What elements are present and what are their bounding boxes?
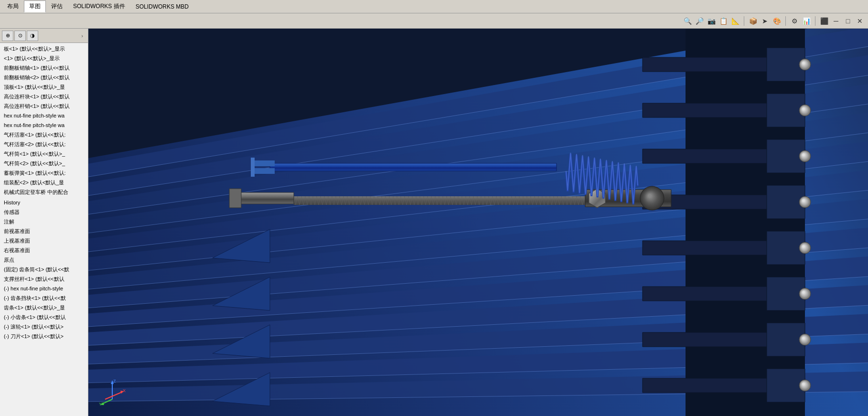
tree-item-2[interactable]: 前翻板销轴<1> (默认<<默认 — [0, 63, 88, 73]
sidebar-expand-button[interactable]: › — [78, 32, 86, 40]
measure-icon[interactable]: 📐 — [730, 16, 740, 26]
main-area: ⊕ ⊙ ◑ › 板<1> (默认<<默认>_显示 <1> (默认<<默认>_显示… — [0, 29, 868, 416]
tree-item-15[interactable]: 机械式固定登车桥 中的配合 — [0, 187, 88, 197]
svg-text:X: X — [123, 388, 126, 393]
color-icon[interactable]: 🎨 — [772, 16, 782, 26]
tab-property-manager[interactable]: ⊙ — [14, 31, 26, 41]
window-max-icon[interactable]: □ — [843, 16, 853, 26]
tree-item-8[interactable]: hex nut-fine pitch-style wa — [0, 120, 88, 130]
tree-item-rack-stop[interactable]: (-) 齿条挡块<1> (默认<<默 — [0, 293, 88, 303]
menu-item-evaluate[interactable]: 评估 — [46, 0, 68, 12]
toolbar-right-icons: 🔍 🔎 📷 📋 📐 📦 ➤ 🎨 ⚙ 📊 ⬛ ─ □ ✕ — [682, 16, 865, 26]
clipboard-icon[interactable]: 📋 — [718, 16, 729, 26]
tree-item-front-plane[interactable]: 前视基准面 — [0, 226, 88, 236]
tree-item-small-rack[interactable]: (-) 小齿条<1> (默认<<默认 — [0, 312, 88, 322]
tree-item-12[interactable]: 气杆筒<2> (默认<<默认>_ — [0, 159, 88, 168]
settings-icon[interactable]: ⚙ — [789, 16, 800, 26]
svg-line-3 — [105, 392, 122, 399]
tree-item-0[interactable]: 板<1> (默认<<默认>_显示 — [0, 44, 88, 53]
tree-item-11[interactable]: 气杆筒<1> (默认<<默认>_ — [0, 149, 88, 159]
toolbar-separator-2 — [785, 16, 786, 26]
tree-item-right-plane[interactable]: 右视基准面 — [0, 245, 88, 255]
arrow-icon[interactable]: ➤ — [760, 16, 770, 26]
toolbar-separator-3 — [815, 16, 815, 26]
tree-item-rack[interactable]: 齿条<1> (默认<<默认>_显 — [0, 303, 88, 312]
menu-item-layout[interactable]: 布局 — [2, 0, 24, 12]
tree-item-7[interactable]: hex nut-fine pitch-style wa — [0, 111, 88, 120]
menu-item-sw-plugins[interactable]: SOLIDWORKS 插件 — [68, 0, 130, 12]
sidebar: ⊕ ⊙ ◑ › 板<1> (默认<<默认>_显示 <1> (默认<<默认>_显示… — [0, 29, 88, 416]
tree-item-sensors[interactable]: 传感器 — [0, 207, 88, 217]
tree-item-6[interactable]: 高位连杆销<1> (默认<<默认 — [0, 101, 88, 111]
tree-item-14[interactable]: 组装配<2> (默认<默认_显 — [0, 178, 88, 187]
zoom-icon[interactable]: 🔎 — [694, 16, 705, 26]
toolbar: 🔍 🔎 📷 📋 📐 📦 ➤ 🎨 ⚙ 📊 ⬛ ─ □ ✕ — [0, 13, 868, 29]
tree-item-roller[interactable]: (-) 滚轮<1> (默认<<默认> — [0, 322, 88, 331]
menu-item-sketch[interactable]: 草图 — [24, 0, 46, 12]
search-icon[interactable]: 🔍 — [682, 16, 693, 26]
display-icon[interactable]: ⬛ — [819, 16, 829, 26]
tree-item-1[interactable]: <1> (默认<<默认>_显示 — [0, 53, 88, 63]
window-close-icon[interactable]: ✕ — [855, 16, 865, 26]
svg-text:Z: Z — [113, 379, 116, 384]
svg-text:Y: Y — [99, 402, 102, 406]
tree-item-3[interactable]: 前翻板销轴<2> (默认<<默认 — [0, 73, 88, 82]
tree-item-origin[interactable]: 原点 — [0, 255, 88, 265]
tree-item-blade[interactable]: (-) 刀片<1> (默认<<默认> — [0, 331, 88, 341]
tree-item-hex-nut-minus[interactable]: (-) hex nut-fine pitch-style — [0, 284, 88, 293]
menu-item-sw-mbd[interactable]: SOLIDWORKS MBD — [130, 1, 194, 12]
tree-item-annotations[interactable]: 注解 — [0, 217, 88, 226]
window-min-icon[interactable]: ─ — [831, 16, 841, 26]
tree-item-top-plane[interactable]: 上视基准面 — [0, 236, 88, 245]
sidebar-tabs: ⊕ ⊙ ◑ › — [0, 29, 88, 43]
3d-viewport[interactable]: Z X Y — [88, 29, 868, 416]
tree-item-5[interactable]: 高位连杆块<1> (默认<<默认 — [0, 92, 88, 101]
chart-icon[interactable]: 📊 — [801, 16, 812, 26]
tree-item-support-screw[interactable]: 支撑丝杆<1> (默认<<默认 — [0, 274, 88, 284]
feature-tree[interactable]: 板<1> (默认<<默认>_显示 <1> (默认<<默认>_显示 前翻板销轴<1… — [0, 43, 88, 416]
camera-icon[interactable]: 📷 — [706, 16, 717, 26]
tab-config-manager[interactable]: ◑ — [27, 31, 38, 41]
viewport-canvas — [88, 29, 868, 416]
tree-item-13[interactable]: 蓄板弹簧<1> (默认<<默认: — [0, 168, 88, 178]
menu-bar: 布局 草图 评估 SOLIDWORKS 插件 SOLIDWORKS MBD — [0, 0, 868, 13]
tree-item-history[interactable]: History — [0, 197, 88, 207]
tab-feature-manager[interactable]: ⊕ — [2, 31, 13, 41]
toolbar-separator-1 — [744, 16, 744, 26]
coordinate-triad: Z X Y — [98, 378, 127, 406]
tree-item-4[interactable]: 顶板<1> (默认<<默认>_显 — [0, 82, 88, 92]
tree-item-10[interactable]: 气杆活塞<2> (默认<<默认: — [0, 139, 88, 149]
tree-item-fixed-rack-tube[interactable]: (固定) 齿条筒<1> (默认<<默 — [0, 265, 88, 274]
part-icon[interactable]: 📦 — [748, 16, 758, 26]
tree-item-9[interactable]: 气杆活塞<1> (默认<<默认: — [0, 130, 88, 139]
